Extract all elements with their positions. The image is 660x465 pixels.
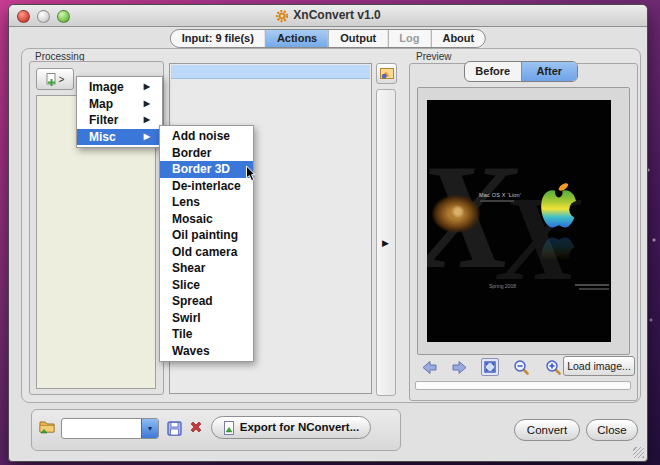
submenu-item-add-noise[interactable]: Add noise bbox=[160, 128, 253, 145]
submenu-item-border-3d[interactable]: Border 3D bbox=[160, 161, 253, 178]
preview-image-caption: Spring 2008 bbox=[489, 283, 516, 289]
chevron-down-icon: ▼ bbox=[147, 425, 154, 432]
tab-input[interactable]: Input: 9 file(s) bbox=[171, 30, 265, 47]
submenu-item-old-camera[interactable]: Old camera bbox=[160, 244, 253, 261]
tab-about[interactable]: About bbox=[430, 30, 485, 47]
mouse-cursor bbox=[245, 165, 256, 182]
lion-photo bbox=[427, 192, 483, 244]
menu-item-filter[interactable]: Filter ▶ bbox=[77, 112, 162, 129]
app-gear-icon bbox=[275, 9, 289, 23]
tab-log: Log bbox=[387, 30, 430, 47]
export-icon bbox=[223, 421, 235, 435]
credit-line bbox=[575, 284, 609, 286]
save-icon bbox=[167, 421, 182, 436]
zoom-in-icon bbox=[545, 359, 561, 375]
submenu-item-waves[interactable]: Waves bbox=[160, 343, 253, 360]
submenu-item-oil-painting[interactable]: Oil painting bbox=[160, 227, 253, 244]
arrow-right-icon bbox=[451, 360, 468, 375]
window-title: XnConvert v1.0 bbox=[293, 5, 380, 26]
credit-line-2 bbox=[579, 288, 609, 290]
submenu-item-border[interactable]: Border bbox=[160, 145, 253, 162]
menu-item-image[interactable]: Image ▶ bbox=[77, 79, 162, 96]
preview-image-title: Mac OS X 'Lion' bbox=[479, 192, 521, 198]
preview-progress-bar bbox=[415, 381, 631, 390]
minimize-window-button[interactable] bbox=[37, 10, 50, 23]
add-action-button[interactable]: > bbox=[36, 68, 74, 90]
zoom-in-button[interactable] bbox=[543, 358, 563, 376]
splitter-arrow-icon: ▶ bbox=[382, 238, 389, 248]
submenu-arrow-icon: ▶ bbox=[144, 79, 150, 96]
prev-image-button[interactable] bbox=[419, 358, 439, 376]
preview-group-label: Preview bbox=[416, 51, 452, 62]
menu-item-misc[interactable]: Misc ▶ bbox=[77, 129, 162, 146]
zoom-out-icon bbox=[513, 359, 529, 375]
submenu-item-de-interlace[interactable]: De-interlace bbox=[160, 178, 253, 195]
before-after-tabs: Before After bbox=[464, 61, 578, 82]
submenu-arrow-icon: ▶ bbox=[144, 96, 150, 113]
misc-submenu: Add noise Border Border 3D De-interlace … bbox=[159, 125, 254, 362]
submenu-item-shear[interactable]: Shear bbox=[160, 260, 253, 277]
load-image-button[interactable]: Load image... bbox=[563, 356, 635, 376]
app-window: XnConvert v1.0 Input: 9 file(s) Actions … bbox=[8, 4, 648, 462]
delete-x-icon bbox=[189, 420, 203, 434]
folder-icon bbox=[39, 419, 56, 434]
desktop-background: XnConvert v1.0 Input: 9 file(s) Actions … bbox=[0, 0, 660, 465]
preview-image[interactable]: X X Mac OS X 'Lion' Spring 2008 bbox=[427, 100, 611, 342]
submenu-item-mosaic[interactable]: Mosaic bbox=[160, 211, 253, 228]
submenu-item-slice[interactable]: Slice bbox=[160, 277, 253, 294]
zoom-window-button[interactable] bbox=[57, 10, 70, 23]
add-action-menu: Image ▶ Map ▶ Filter ▶ Misc ▶ bbox=[76, 76, 163, 148]
export-nconvert-label: Export for NConvert... bbox=[240, 417, 359, 438]
menu-item-map[interactable]: Map ▶ bbox=[77, 96, 162, 113]
submenu-arrow-icon: ▶ bbox=[144, 112, 150, 129]
title-bar[interactable]: XnConvert v1.0 bbox=[9, 5, 647, 27]
zoom-out-button[interactable] bbox=[511, 358, 531, 376]
tab-output[interactable]: Output bbox=[328, 30, 387, 47]
submenu-item-lens[interactable]: Lens bbox=[160, 194, 253, 211]
show-preview-button[interactable] bbox=[376, 63, 397, 84]
submenu-item-tile[interactable]: Tile bbox=[160, 326, 253, 343]
selected-row-highlight[interactable] bbox=[171, 65, 370, 79]
fit-to-window-button[interactable] bbox=[481, 358, 499, 376]
preview-image-subtitle-line bbox=[480, 200, 514, 202]
close-button[interactable]: Close bbox=[586, 419, 638, 441]
add-action-icon bbox=[46, 73, 57, 86]
submenu-arrow-icon: ▶ bbox=[144, 129, 150, 146]
tab-after[interactable]: After bbox=[521, 62, 578, 81]
preset-combobox[interactable]: ▼ bbox=[61, 418, 159, 439]
next-image-button[interactable] bbox=[449, 358, 469, 376]
add-action-chevron: > bbox=[59, 74, 65, 85]
submenu-item-swirl[interactable]: Swirl bbox=[160, 310, 253, 327]
convert-button[interactable]: Convert bbox=[514, 419, 580, 441]
export-nconvert-button[interactable]: Export for NConvert... bbox=[211, 416, 371, 439]
arrow-left-icon bbox=[421, 360, 438, 375]
fit-icon bbox=[483, 360, 497, 374]
tab-actions[interactable]: Actions bbox=[265, 30, 328, 47]
apple-logo bbox=[537, 182, 579, 232]
image-icon bbox=[380, 68, 394, 80]
combobox-dropdown-button[interactable]: ▼ bbox=[141, 419, 158, 438]
resize-grip[interactable] bbox=[633, 447, 644, 458]
main-tab-bar: Input: 9 file(s) Actions Output Log Abou… bbox=[170, 29, 486, 48]
submenu-item-spread[interactable]: Spread bbox=[160, 293, 253, 310]
splitter-handle[interactable]: ▶ bbox=[376, 89, 396, 396]
delete-preset-button[interactable] bbox=[189, 420, 203, 434]
open-folder-button[interactable] bbox=[39, 419, 56, 434]
save-preset-button[interactable] bbox=[167, 421, 182, 436]
close-window-button[interactable] bbox=[17, 10, 30, 23]
tab-before[interactable]: Before bbox=[465, 62, 521, 81]
